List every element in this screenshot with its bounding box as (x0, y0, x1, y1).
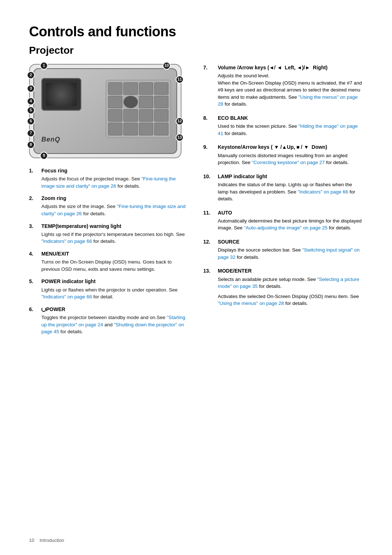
item-4: 4. MENU/EXIT Turns on the On-Screen Disp… (29, 250, 189, 273)
panel-btn-4 (154, 82, 168, 95)
item-10-num: 10. (203, 173, 216, 180)
item-4-title: MENU/EXIT (41, 250, 69, 257)
item-3-link[interactable]: "Indicators" on page 66 (41, 238, 92, 244)
projector-lens-inner (46, 83, 77, 106)
panel-btn-14 (139, 123, 153, 135)
item-13-link2[interactable]: "Using the menus" on page 28 (218, 301, 284, 306)
item-8-link[interactable]: "Hiding the image" on page 41 (218, 123, 358, 136)
projector-body: BenQ (33, 68, 177, 154)
item-1-num: 1. (29, 167, 39, 174)
item-6: 6. POWER Toggles the projector between s… (29, 306, 189, 335)
item-11-num: 11. (203, 209, 216, 216)
footer: 10 Introduction (29, 537, 64, 544)
item-13-header: 13. MODE/ENTER (203, 267, 363, 274)
item-2-title: Zoom ring (41, 195, 66, 202)
item-5-body: Lights up or flashes when the projector … (29, 286, 189, 301)
item-1-header: 1. Focus ring (29, 167, 189, 174)
panel-btn-5 (108, 96, 122, 108)
item-12-link[interactable]: "Switching input signal" on page 32 (218, 247, 360, 260)
item-13-num: 13. (203, 267, 216, 274)
badge-12: 12 (176, 117, 184, 125)
item-3-num: 3. (29, 223, 39, 230)
item-2-header: 2. Zoom ring (29, 195, 189, 202)
item-3-body: Lights up red if the projector's tempera… (29, 231, 189, 245)
panel-power-btn (123, 96, 138, 108)
item-8-body: Used to hide the screen picture. See "Hi… (203, 123, 363, 137)
item-6-num: 6. (29, 306, 39, 313)
badge-2: 2 (27, 71, 35, 79)
item-6-body: Toggles the projector between standby mo… (29, 314, 189, 335)
item-3-header: 3. TEMP(temperature) warning light (29, 223, 189, 230)
panel-btn-15 (154, 123, 168, 135)
badge-1: 1 (40, 62, 48, 70)
footer-section: Introduction (40, 538, 64, 543)
item-12-body: Displays the source selection bar. See "… (203, 246, 363, 261)
item-1: 1. Focus ring Adjusts the focus of the p… (29, 167, 189, 189)
item-2-body: Adjusts the size of the image. See "Fine… (29, 203, 189, 217)
panel-btn-1 (108, 82, 122, 95)
item-9-body: Manually corrects distorted images resul… (203, 152, 363, 166)
item-8-header: 8. ECO BLANK (203, 114, 363, 122)
item-7-link[interactable]: "Using the menus" on page 28 (218, 94, 358, 107)
panel-btn-13 (123, 123, 138, 135)
badge-8: 8 (27, 141, 35, 149)
item-5-link[interactable]: "Indicators" on page 66 (41, 294, 92, 299)
badge-4: 4 (27, 97, 35, 105)
badge-13: 13 (176, 134, 184, 142)
badge-5: 5 (27, 106, 35, 114)
panel-btn-12 (108, 123, 122, 135)
item-11-header: 11. AUTO (203, 209, 363, 216)
item-7-num: 7. (203, 64, 216, 71)
item-8-title: ECO BLANK (218, 114, 248, 122)
item-7-body: Adjusts the sound level. When the On-Scr… (203, 72, 363, 108)
panel-btn-8 (108, 109, 122, 122)
item-5-num: 5. (29, 278, 39, 285)
badge-10: 10 (163, 62, 171, 70)
item-13-body: Selects an available picture setup mode.… (203, 276, 363, 307)
right-items-list: 7. Volume /Arrow keys (◄/ ◄ Left, ◄)/► R… (203, 64, 363, 307)
item-10-body: Indicates the status of the lamp. Lights… (203, 181, 363, 203)
item-11-link[interactable]: "Auto-adjusting the image" on page 25 (244, 225, 327, 230)
item-5-header: 5. POWER indicator light (29, 278, 189, 285)
item-7: 7. Volume /Arrow keys (◄/ ◄ Left, ◄)/► R… (203, 64, 363, 108)
projector-panel (106, 80, 171, 138)
panel-btn-3 (139, 82, 153, 95)
item-8: 8. ECO BLANK Used to hide the screen pic… (203, 114, 363, 137)
item-1-link[interactable]: "Fine-tuning the image size and clarity"… (41, 176, 176, 189)
page-title: Controls and functions (29, 22, 363, 42)
section-subtitle: Projector (29, 43, 363, 58)
item-12-num: 12. (203, 238, 216, 245)
item-3: 3. TEMP(temperature) warning light Light… (29, 223, 189, 245)
left-items-list: 1. Focus ring Adjusts the focus of the p… (29, 167, 189, 335)
badge-6: 6 (27, 117, 35, 125)
item-11-title: AUTO (218, 209, 232, 216)
item-1-title: Focus ring (41, 167, 68, 174)
item-9-header: 9. Keystone/Arrow keys ( ▼ /▲Up, ■ / ▼ D… (203, 143, 363, 151)
item-7-title: Volume /Arrow keys (◄/ ◄ Left, ◄)/► Righ… (218, 64, 328, 71)
item-10-link[interactable]: "Indicators" on page 66 (298, 189, 348, 195)
item-13-title: MODE/ENTER (218, 267, 252, 274)
item-9-num: 9. (203, 143, 216, 151)
item-1-body: Adjusts the focus of the projected image… (29, 175, 189, 189)
item-9: 9. Keystone/Arrow keys ( ▼ /▲Up, ■ / ▼ D… (203, 143, 363, 166)
content-area: BenQ 1 2 3 4 5 6 7 8 9 10 11 12 13 (29, 64, 363, 340)
item-4-header: 4. MENU/EXIT (29, 250, 189, 257)
item-12: 12. SOURCE Displays the source selection… (203, 238, 363, 261)
item-2: 2. Zoom ring Adjusts the size of the ima… (29, 195, 189, 217)
panel-btn-9 (123, 109, 138, 122)
page: Controls and functions Projector (0, 0, 392, 555)
item-5-title: POWER indicator light (41, 278, 95, 285)
item-6-title: POWER (41, 306, 65, 313)
item-10: 10. LAMP indicator light Indicates the s… (203, 173, 363, 203)
badge-9: 9 (40, 152, 48, 160)
item-6-header: 6. POWER (29, 306, 189, 313)
left-column: BenQ 1 2 3 4 5 6 7 8 9 10 11 12 13 (29, 64, 189, 340)
item-13-link1[interactable]: "Selecting a picture mode" on page 35 (218, 277, 359, 289)
item-9-link[interactable]: "Correcting keystone" on page 27 (252, 160, 325, 165)
item-2-link[interactable]: "Fine-tuning the image size and clarity"… (41, 204, 185, 216)
panel-btn-10 (139, 109, 153, 122)
panel-btn-7 (154, 96, 168, 108)
item-10-header: 10. LAMP indicator light (203, 173, 363, 180)
item-12-title: SOURCE (218, 238, 240, 245)
item-7-header: 7. Volume /Arrow keys (◄/ ◄ Left, ◄)/► R… (203, 64, 363, 71)
